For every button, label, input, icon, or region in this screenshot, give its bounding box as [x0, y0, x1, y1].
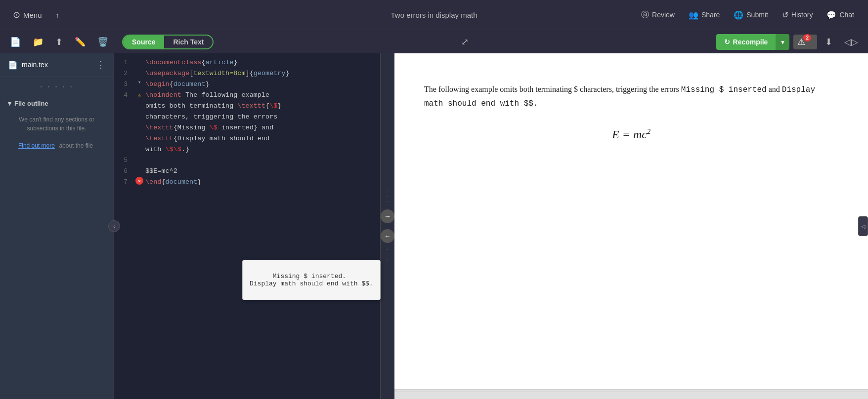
split-left-button[interactable]: ←: [381, 229, 394, 243]
error-tooltip-line1: Missing $ inserted.: [273, 273, 346, 280]
edit-icon: ✏️: [75, 37, 86, 47]
splitter-dots-bottom: · · ·: [384, 249, 391, 262]
page-title: Two errors in display math: [391, 11, 477, 19]
line-number-2: 2: [114, 68, 133, 79]
nav-right: ⓐ Review 👥 Share 🌐 Submit ↺ History 💬 Ch…: [635, 7, 860, 23]
submit-icon: 🌐: [734, 10, 743, 20]
find-out-more-link[interactable]: Find out more: [18, 142, 55, 149]
new-folder-icon: 📁: [33, 37, 43, 47]
line-number-3: 3: [114, 79, 133, 90]
error-tooltip: Missing $ inserted. Display math should …: [242, 260, 381, 300]
chat-label: Chat: [839, 11, 854, 19]
code-line-2: 2 \usepackage[textwidth=8cm]{geometry}: [114, 68, 380, 79]
line-number-4: 4: [114, 90, 133, 101]
source-button[interactable]: Source: [123, 36, 164, 48]
new-file-icon: 📄: [10, 37, 21, 47]
new-folder-button[interactable]: 📁: [29, 35, 47, 49]
upload-file-button[interactable]: ⬆: [51, 35, 67, 49]
share-button[interactable]: 👥 Share: [683, 7, 726, 23]
math-formula: E = mc2: [612, 128, 651, 141]
line-content-7: \end{document}: [145, 177, 380, 188]
editor-scroll[interactable]: 1 \documentclass{article} 2 \usepackage[…: [114, 53, 380, 399]
nav-left: ⊙ Menu ↑: [8, 6, 64, 23]
share-label: Share: [701, 11, 720, 19]
submit-button[interactable]: 🌐 Submit: [728, 7, 774, 23]
upload-button[interactable]: ↑: [51, 8, 65, 22]
toolbar-right: ↻ Recompile ▾ ⚠ 2 ⬇ ◁▷: [716, 34, 862, 50]
download-icon: ⬇: [825, 37, 832, 47]
code-line-7: 7 ✕ \end{document}: [114, 177, 380, 188]
review-button[interactable]: ⓐ Review: [635, 7, 681, 23]
submit-label: Submit: [746, 11, 768, 19]
no-sections-text: We can't find any sections or subsection…: [8, 111, 105, 137]
expand-icon: ⤢: [461, 37, 469, 47]
split-right-button[interactable]: →: [381, 209, 394, 223]
upload-file-icon: ⬆: [55, 37, 63, 47]
outline-label: File outline: [14, 100, 48, 107]
line-number-1: 1: [114, 57, 133, 68]
share-icon: 👥: [689, 10, 698, 20]
collapse-right-button[interactable]: ◁▷: [840, 35, 862, 49]
line-content-3: \begin{document}: [145, 79, 380, 90]
collapse-right-icon: ◁▷: [844, 37, 858, 47]
chat-icon: 💬: [826, 10, 836, 20]
recompile-button[interactable]: ↻ Recompile: [716, 34, 776, 50]
editor-toolbar: 📄 📁 ⬆ ✏️ 🗑️ Source Rich Text ⤢ ↻ Recompi…: [0, 30, 868, 53]
download-button[interactable]: ⬇: [821, 35, 836, 49]
file-outline-header[interactable]: ▾ File outline: [8, 100, 105, 107]
file-name: main.tex: [22, 61, 92, 69]
menu-label: Menu: [23, 11, 42, 19]
code-line-6: 6 $$E=mc^2: [114, 166, 380, 177]
line-number-7: 7: [114, 177, 133, 188]
source-rich-toggle: Source Rich Text: [122, 35, 214, 49]
upload-icon: ↑: [56, 11, 60, 19]
line-number-6: 6: [114, 166, 133, 177]
warning-icon-4: ⚠: [137, 91, 141, 99]
error-icon-7: ✕: [135, 177, 143, 185]
preview-panel: The following example omits both termina…: [394, 53, 868, 399]
file-icon: 📄: [8, 60, 18, 70]
errors-button[interactable]: ⚠ 2: [793, 35, 817, 49]
delete-icon: 🗑️: [97, 37, 108, 47]
line-content-2: \usepackage[textwidth=8cm]{geometry}: [145, 68, 380, 79]
review-icon: ⓐ: [641, 10, 649, 20]
edit-button[interactable]: ✏️: [71, 35, 89, 49]
error-count-badge: 2: [803, 34, 811, 41]
code-editor[interactable]: 1 \documentclass{article} 2 \usepackage[…: [114, 53, 380, 399]
file-outline-section: ▾ File outline We can't find any section…: [0, 96, 113, 154]
editor-splitter: · · · → ← · · ·: [381, 53, 394, 399]
file-menu-button[interactable]: ⋮: [96, 59, 105, 70]
expand-button[interactable]: ⤢: [457, 35, 473, 49]
sidebar: 📄 main.tex ⋮ · · · · · ▾ File outline We…: [0, 53, 114, 399]
preview-scrollbar[interactable]: [394, 392, 868, 398]
code-line-1: 1 \documentclass{article}: [114, 57, 380, 68]
menu-button[interactable]: ⊙ Menu: [8, 6, 47, 23]
preview-math: E = mc2: [424, 125, 838, 144]
collapse-preview-button[interactable]: ◁: [858, 216, 868, 236]
preview-content: The following example omits both termina…: [394, 53, 868, 389]
chevron-down-icon: ▾: [8, 100, 11, 107]
line-gutter-7: ✕: [133, 177, 145, 185]
line-number-5: 5: [114, 155, 133, 166]
history-button[interactable]: ↺ History: [776, 7, 819, 23]
splitter-dots-top: · · ·: [384, 190, 391, 203]
new-file-button[interactable]: 📄: [6, 35, 25, 49]
menu-icon: ⊙: [13, 9, 20, 20]
preview-footer: [394, 389, 868, 399]
top-navbar: ⊙ Menu ↑ Two errors in display math ⓐ Re…: [0, 0, 868, 30]
recompile-icon: ↻: [724, 38, 730, 46]
recompile-group: ↻ Recompile ▾: [716, 34, 790, 50]
recompile-dropdown-button[interactable]: ▾: [776, 34, 789, 50]
file-item[interactable]: 📄 main.tex ⋮: [0, 53, 113, 77]
line-content-6: $$E=mc^2: [145, 166, 380, 177]
sidebar-collapse-button[interactable]: ‹: [108, 220, 120, 232]
code-line-5: 5: [114, 155, 380, 166]
delete-button[interactable]: 🗑️: [93, 35, 112, 49]
line-content-1: \documentclass{article}: [145, 57, 380, 68]
find-out-more-suffix: about the file: [57, 138, 95, 153]
chat-button[interactable]: 💬 Chat: [821, 7, 860, 23]
recompile-label: Recompile: [733, 38, 768, 46]
line-gutter-3: ▾: [133, 79, 145, 85]
history-icon: ↺: [782, 10, 788, 20]
rich-text-button[interactable]: Rich Text: [164, 36, 213, 48]
